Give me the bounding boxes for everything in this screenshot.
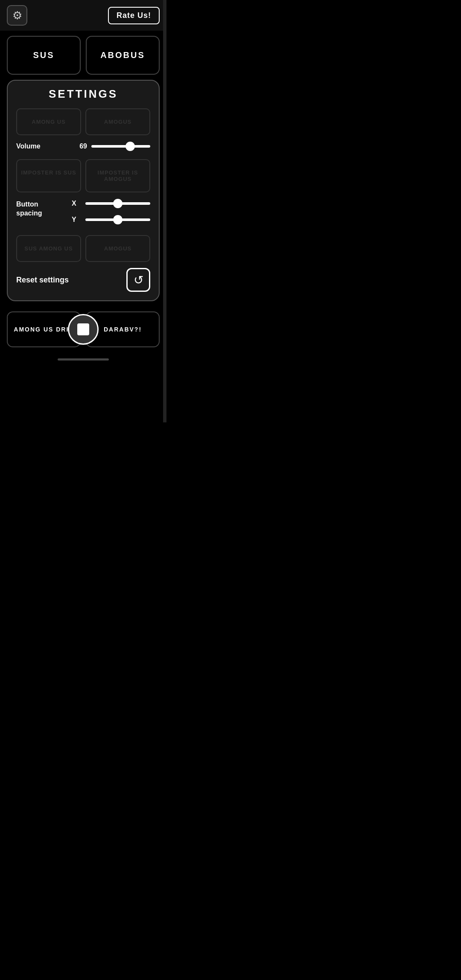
reset-button[interactable]: ↺ xyxy=(126,268,150,292)
abobus-button[interactable]: ABOBUS xyxy=(86,36,160,75)
gear-button[interactable]: ⚙ xyxy=(7,5,27,26)
amogus2-peek-btn[interactable]: AMOGUS xyxy=(85,235,150,262)
x-row: X xyxy=(72,198,150,209)
reset-icon: ↺ xyxy=(134,273,143,287)
behind-row-3: IMPOSTER IS SUS IMPOSTER IS AMOGUS xyxy=(16,159,150,192)
x-slider-container xyxy=(85,198,150,209)
sus-button[interactable]: SUS xyxy=(7,36,81,75)
settings-title: SETTINGS xyxy=(16,87,150,101)
bottom-row: AMONG US DRIP DARABV?! xyxy=(7,311,160,347)
imposter2-peek-btn[interactable]: IMPOSTER IS AMOGUS xyxy=(85,159,150,192)
button-spacing-label: Button spacing xyxy=(16,198,72,218)
stop-icon xyxy=(77,323,89,335)
sus-among-peek-btn[interactable]: SUS AMONG US xyxy=(16,235,81,262)
volume-slider[interactable] xyxy=(91,145,150,148)
stop-button[interactable] xyxy=(68,314,99,345)
behind-row-4: SUS AMONG US AMOGUS xyxy=(16,235,150,262)
y-row: Y xyxy=(72,215,150,225)
button-row-1: SUS ABOBUS xyxy=(7,36,160,75)
volume-value: 69 xyxy=(72,142,87,150)
header: ⚙ Rate Us! xyxy=(0,0,166,31)
y-slider[interactable] xyxy=(85,218,150,221)
bottom-indicator xyxy=(58,358,109,361)
settings-panel: SETTINGS AMONG US AMOGUS Volume 69 xyxy=(7,80,160,301)
reset-label: Reset settings xyxy=(16,276,69,285)
bottom-section: AMONG US DRIP DARABV?! xyxy=(0,311,166,354)
y-label: Y xyxy=(72,216,82,224)
behind-row-2: AMONG US AMOGUS xyxy=(16,108,150,135)
amogus-peek-btn[interactable]: AMOGUS xyxy=(85,108,150,135)
volume-label: Volume xyxy=(16,142,72,150)
x-label: X xyxy=(72,200,82,207)
reset-row: Reset settings ↺ xyxy=(16,268,150,292)
among-us-peek-btn[interactable]: AMONG US xyxy=(16,108,81,135)
gear-icon: ⚙ xyxy=(12,9,22,22)
x-slider[interactable] xyxy=(85,202,150,205)
imposter-peek-btn[interactable]: IMPOSTER IS SUS xyxy=(16,159,81,192)
y-slider-container xyxy=(85,215,150,225)
volume-row: Volume 69 xyxy=(16,141,150,151)
rate-us-button[interactable]: Rate Us! xyxy=(108,7,160,24)
volume-slider-container xyxy=(91,141,150,151)
